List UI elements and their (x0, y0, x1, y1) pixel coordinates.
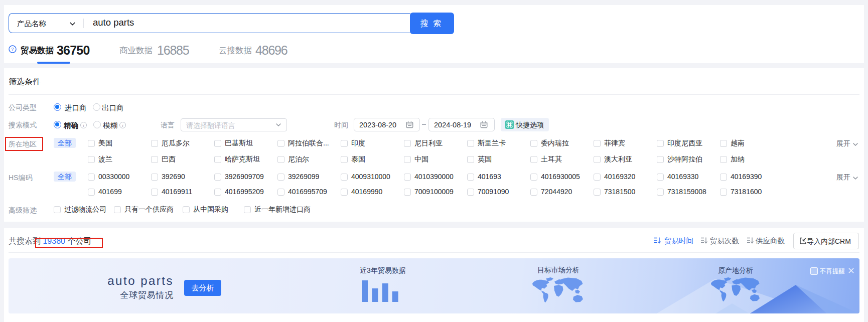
svg-text:?: ? (11, 46, 14, 52)
